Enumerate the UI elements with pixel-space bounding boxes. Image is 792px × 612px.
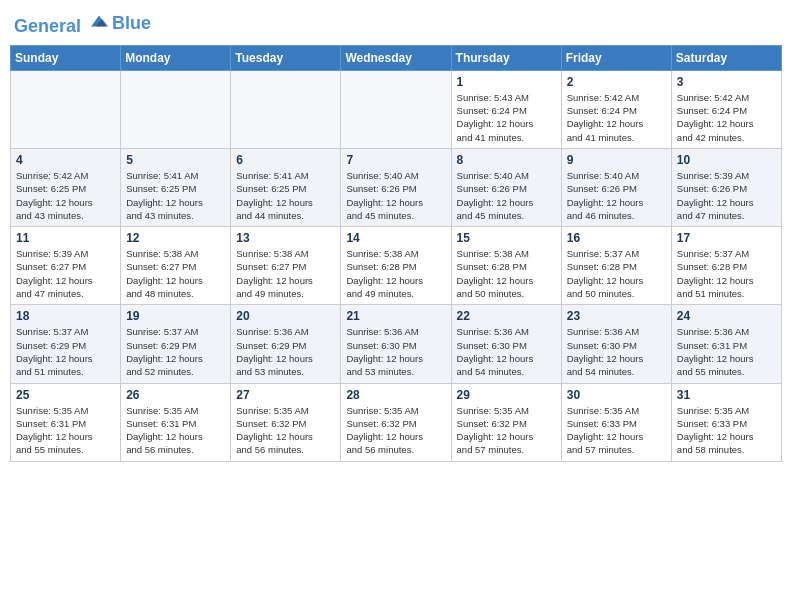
day-info: Sunrise: 5:42 AM Sunset: 6:25 PM Dayligh…: [16, 169, 115, 222]
weekday-header-row: SundayMondayTuesdayWednesdayThursdayFrid…: [11, 45, 782, 70]
day-info: Sunrise: 5:37 AM Sunset: 6:28 PM Dayligh…: [567, 247, 666, 300]
calendar-cell: 2Sunrise: 5:42 AM Sunset: 6:24 PM Daylig…: [561, 70, 671, 148]
day-info: Sunrise: 5:35 AM Sunset: 6:32 PM Dayligh…: [346, 404, 445, 457]
day-number: 22: [457, 309, 556, 323]
day-info: Sunrise: 5:42 AM Sunset: 6:24 PM Dayligh…: [677, 91, 776, 144]
day-number: 8: [457, 153, 556, 167]
calendar-cell: 15Sunrise: 5:38 AM Sunset: 6:28 PM Dayli…: [451, 227, 561, 305]
day-number: 15: [457, 231, 556, 245]
calendar-cell: 25Sunrise: 5:35 AM Sunset: 6:31 PM Dayli…: [11, 383, 121, 461]
day-info: Sunrise: 5:38 AM Sunset: 6:28 PM Dayligh…: [346, 247, 445, 300]
day-info: Sunrise: 5:35 AM Sunset: 6:32 PM Dayligh…: [457, 404, 556, 457]
day-info: Sunrise: 5:41 AM Sunset: 6:25 PM Dayligh…: [126, 169, 225, 222]
calendar-cell: 10Sunrise: 5:39 AM Sunset: 6:26 PM Dayli…: [671, 148, 781, 226]
weekday-header-sunday: Sunday: [11, 45, 121, 70]
day-info: Sunrise: 5:36 AM Sunset: 6:30 PM Dayligh…: [567, 325, 666, 378]
calendar-table: SundayMondayTuesdayWednesdayThursdayFrid…: [10, 45, 782, 462]
calendar-cell: [11, 70, 121, 148]
calendar-cell: 17Sunrise: 5:37 AM Sunset: 6:28 PM Dayli…: [671, 227, 781, 305]
day-number: 25: [16, 388, 115, 402]
day-number: 12: [126, 231, 225, 245]
day-number: 18: [16, 309, 115, 323]
day-info: Sunrise: 5:40 AM Sunset: 6:26 PM Dayligh…: [567, 169, 666, 222]
day-info: Sunrise: 5:36 AM Sunset: 6:30 PM Dayligh…: [457, 325, 556, 378]
calendar-cell: 9Sunrise: 5:40 AM Sunset: 6:26 PM Daylig…: [561, 148, 671, 226]
logo-blue-text: Blue: [112, 14, 151, 34]
day-info: Sunrise: 5:38 AM Sunset: 6:27 PM Dayligh…: [126, 247, 225, 300]
day-info: Sunrise: 5:35 AM Sunset: 6:31 PM Dayligh…: [16, 404, 115, 457]
day-number: 23: [567, 309, 666, 323]
day-number: 24: [677, 309, 776, 323]
day-info: Sunrise: 5:36 AM Sunset: 6:31 PM Dayligh…: [677, 325, 776, 378]
calendar-cell: 31Sunrise: 5:35 AM Sunset: 6:33 PM Dayli…: [671, 383, 781, 461]
day-info: Sunrise: 5:35 AM Sunset: 6:31 PM Dayligh…: [126, 404, 225, 457]
week-row-3: 11Sunrise: 5:39 AM Sunset: 6:27 PM Dayli…: [11, 227, 782, 305]
day-number: 26: [126, 388, 225, 402]
calendar-cell: 24Sunrise: 5:36 AM Sunset: 6:31 PM Dayli…: [671, 305, 781, 383]
day-info: Sunrise: 5:38 AM Sunset: 6:28 PM Dayligh…: [457, 247, 556, 300]
day-number: 9: [567, 153, 666, 167]
day-number: 1: [457, 75, 556, 89]
day-number: 19: [126, 309, 225, 323]
calendar-cell: 27Sunrise: 5:35 AM Sunset: 6:32 PM Dayli…: [231, 383, 341, 461]
week-row-5: 25Sunrise: 5:35 AM Sunset: 6:31 PM Dayli…: [11, 383, 782, 461]
day-number: 5: [126, 153, 225, 167]
day-number: 29: [457, 388, 556, 402]
day-number: 27: [236, 388, 335, 402]
calendar-cell: 3Sunrise: 5:42 AM Sunset: 6:24 PM Daylig…: [671, 70, 781, 148]
day-info: Sunrise: 5:38 AM Sunset: 6:27 PM Dayligh…: [236, 247, 335, 300]
day-number: 13: [236, 231, 335, 245]
day-info: Sunrise: 5:37 AM Sunset: 6:28 PM Dayligh…: [677, 247, 776, 300]
calendar-cell: 26Sunrise: 5:35 AM Sunset: 6:31 PM Dayli…: [121, 383, 231, 461]
day-info: Sunrise: 5:41 AM Sunset: 6:25 PM Dayligh…: [236, 169, 335, 222]
calendar-cell: 16Sunrise: 5:37 AM Sunset: 6:28 PM Dayli…: [561, 227, 671, 305]
day-number: 17: [677, 231, 776, 245]
day-info: Sunrise: 5:37 AM Sunset: 6:29 PM Dayligh…: [126, 325, 225, 378]
calendar-cell: 4Sunrise: 5:42 AM Sunset: 6:25 PM Daylig…: [11, 148, 121, 226]
day-number: 10: [677, 153, 776, 167]
weekday-header-tuesday: Tuesday: [231, 45, 341, 70]
day-number: 2: [567, 75, 666, 89]
week-row-1: 1Sunrise: 5:43 AM Sunset: 6:24 PM Daylig…: [11, 70, 782, 148]
calendar-cell: 30Sunrise: 5:35 AM Sunset: 6:33 PM Dayli…: [561, 383, 671, 461]
weekday-header-saturday: Saturday: [671, 45, 781, 70]
calendar-cell: 7Sunrise: 5:40 AM Sunset: 6:26 PM Daylig…: [341, 148, 451, 226]
day-info: Sunrise: 5:43 AM Sunset: 6:24 PM Dayligh…: [457, 91, 556, 144]
weekday-header-friday: Friday: [561, 45, 671, 70]
weekday-header-monday: Monday: [121, 45, 231, 70]
day-info: Sunrise: 5:39 AM Sunset: 6:27 PM Dayligh…: [16, 247, 115, 300]
weekday-header-wednesday: Wednesday: [341, 45, 451, 70]
day-info: Sunrise: 5:42 AM Sunset: 6:24 PM Dayligh…: [567, 91, 666, 144]
calendar-cell: 29Sunrise: 5:35 AM Sunset: 6:32 PM Dayli…: [451, 383, 561, 461]
calendar-cell: 19Sunrise: 5:37 AM Sunset: 6:29 PM Dayli…: [121, 305, 231, 383]
calendar-cell: [231, 70, 341, 148]
day-number: 28: [346, 388, 445, 402]
weekday-header-thursday: Thursday: [451, 45, 561, 70]
day-info: Sunrise: 5:36 AM Sunset: 6:29 PM Dayligh…: [236, 325, 335, 378]
day-number: 20: [236, 309, 335, 323]
day-info: Sunrise: 5:39 AM Sunset: 6:26 PM Dayligh…: [677, 169, 776, 222]
calendar-cell: 5Sunrise: 5:41 AM Sunset: 6:25 PM Daylig…: [121, 148, 231, 226]
day-info: Sunrise: 5:35 AM Sunset: 6:32 PM Dayligh…: [236, 404, 335, 457]
calendar-cell: 13Sunrise: 5:38 AM Sunset: 6:27 PM Dayli…: [231, 227, 341, 305]
day-info: Sunrise: 5:40 AM Sunset: 6:26 PM Dayligh…: [346, 169, 445, 222]
day-number: 31: [677, 388, 776, 402]
calendar-cell: 20Sunrise: 5:36 AM Sunset: 6:29 PM Dayli…: [231, 305, 341, 383]
day-info: Sunrise: 5:36 AM Sunset: 6:30 PM Dayligh…: [346, 325, 445, 378]
calendar-cell: 12Sunrise: 5:38 AM Sunset: 6:27 PM Dayli…: [121, 227, 231, 305]
day-number: 11: [16, 231, 115, 245]
day-number: 7: [346, 153, 445, 167]
logo-text: General: [14, 10, 110, 37]
calendar-cell: 11Sunrise: 5:39 AM Sunset: 6:27 PM Dayli…: [11, 227, 121, 305]
day-number: 21: [346, 309, 445, 323]
calendar-cell: 21Sunrise: 5:36 AM Sunset: 6:30 PM Dayli…: [341, 305, 451, 383]
calendar-cell: 6Sunrise: 5:41 AM Sunset: 6:25 PM Daylig…: [231, 148, 341, 226]
day-number: 4: [16, 153, 115, 167]
logo-icon: [88, 10, 110, 32]
day-info: Sunrise: 5:37 AM Sunset: 6:29 PM Dayligh…: [16, 325, 115, 378]
day-info: Sunrise: 5:40 AM Sunset: 6:26 PM Dayligh…: [457, 169, 556, 222]
day-info: Sunrise: 5:35 AM Sunset: 6:33 PM Dayligh…: [567, 404, 666, 457]
calendar-cell: [121, 70, 231, 148]
calendar-cell: 28Sunrise: 5:35 AM Sunset: 6:32 PM Dayli…: [341, 383, 451, 461]
calendar-cell: [341, 70, 451, 148]
